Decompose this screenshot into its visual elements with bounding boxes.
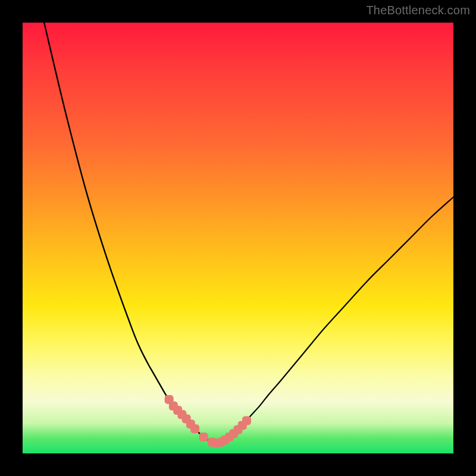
- curves-svg: [23, 23, 453, 453]
- chart-stage: TheBottleneck.com: [0, 0, 476, 476]
- left-curve: [44, 23, 217, 443]
- highlight-marker: [242, 416, 251, 425]
- watermark-text: TheBottleneck.com: [366, 4, 470, 17]
- highlight-marker: [199, 433, 208, 441]
- highlight-marker: [190, 424, 199, 433]
- plot-area: [23, 23, 453, 453]
- right-curve: [217, 197, 453, 443]
